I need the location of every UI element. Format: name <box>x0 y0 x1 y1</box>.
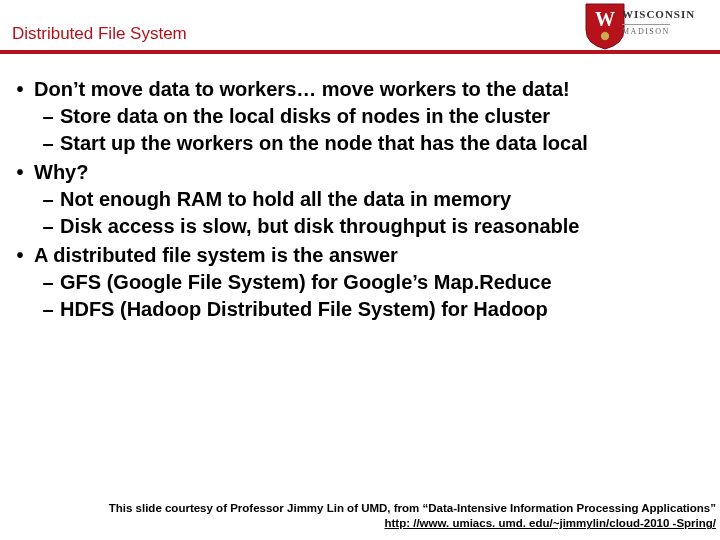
header-bar: Distributed File System W WISCONSIN MADI… <box>0 0 720 54</box>
bullet-text: Not enough RAM to hold all the data in m… <box>60 186 714 213</box>
footer-credit: This slide courtesy of Professor Jimmy L… <box>0 501 720 532</box>
bullet-text: Start up the workers on the node that ha… <box>60 130 714 157</box>
dash-marker: – <box>36 296 60 323</box>
bullet-level1: • Why? <box>6 159 714 186</box>
crest-line2: MADISON <box>622 24 670 36</box>
bullet-level2: –Disk access is slow, but disk throughpu… <box>6 213 714 240</box>
footer-line1: This slide courtesy of Professor Jimmy L… <box>0 501 716 517</box>
slide: Distributed File System W WISCONSIN MADI… <box>0 0 720 540</box>
dash-marker: – <box>36 269 60 296</box>
bullet-text: Why? <box>34 159 714 186</box>
bullet-text: GFS (Google File System) for Google’s Ma… <box>60 269 714 296</box>
bullet-level2: –GFS (Google File System) for Google’s M… <box>6 269 714 296</box>
bullet-text: HDFS (Hadoop Distributed File System) fo… <box>60 296 714 323</box>
bullet-level1: • Don’t move data to workers… move worke… <box>6 76 714 103</box>
bullet-marker: • <box>6 159 34 186</box>
bullet-list: • Don’t move data to workers… move worke… <box>6 76 714 323</box>
crest-text: WISCONSIN MADISON <box>622 8 704 38</box>
dash-marker: – <box>36 103 60 130</box>
svg-point-1 <box>601 32 610 41</box>
bullet-text: Don’t move data to workers… move workers… <box>34 76 714 103</box>
crest-line1: WISCONSIN <box>622 8 704 20</box>
bullet-level2: –Store data on the local disks of nodes … <box>6 103 714 130</box>
dash-marker: – <box>36 130 60 157</box>
footer-link[interactable]: http: //www. umiacs. umd. edu/~jimmylin/… <box>384 517 716 529</box>
dash-marker: – <box>36 186 60 213</box>
bullet-marker: • <box>6 76 34 103</box>
bullet-text: Disk access is slow, but disk throughput… <box>60 213 714 240</box>
bullet-level2: –Not enough RAM to hold all the data in … <box>6 186 714 213</box>
slide-body: • Don’t move data to workers… move worke… <box>0 54 720 540</box>
bullet-marker: • <box>6 242 34 269</box>
shield-icon: W <box>584 2 626 50</box>
slide-title: Distributed File System <box>12 24 187 44</box>
bullet-level1: • A distributed file system is the answe… <box>6 242 714 269</box>
bullet-text: Store data on the local disks of nodes i… <box>60 103 714 130</box>
university-crest: W WISCONSIN MADISON <box>570 0 710 56</box>
svg-text:W: W <box>595 8 615 30</box>
bullet-level2: –Start up the workers on the node that h… <box>6 130 714 157</box>
bullet-text: A distributed file system is the answer <box>34 242 714 269</box>
dash-marker: – <box>36 213 60 240</box>
bullet-level2: –HDFS (Hadoop Distributed File System) f… <box>6 296 714 323</box>
